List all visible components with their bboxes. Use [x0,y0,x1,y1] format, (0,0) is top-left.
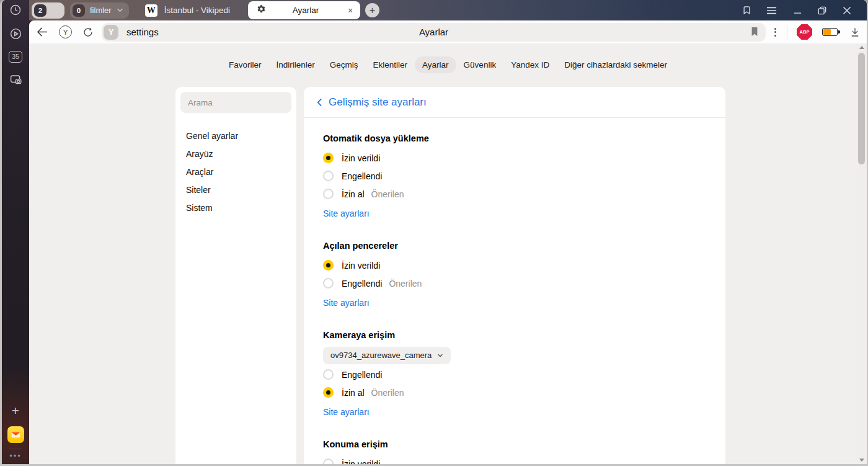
radio-row[interactable]: Engellendi Önerilen [323,274,725,292]
section-title: Kameraya erişim [323,330,725,340]
menu-hamburger-icon[interactable] [759,6,784,15]
restore-window-icon[interactable] [810,6,835,15]
sidebar-item-arayuz[interactable]: Arayüz [175,145,296,163]
address-page-title: Ayarlar [102,27,766,37]
tab-count-badge: 2 [34,4,46,17]
tab-favoriler[interactable]: Favoriler [221,56,269,73]
camera-device-select[interactable]: ov9734_azurewave_camera [323,347,451,364]
radio-unselected-icon[interactable] [323,189,334,199]
sidebar-item-genel-ayarlar[interactable]: Genel ayarlar [175,127,296,145]
site-settings-link[interactable]: Site ayarları [323,208,370,218]
search-input[interactable] [180,92,291,113]
group-label: filmler [90,6,112,15]
site-favicon-badge: Y [104,25,118,40]
tab-ayarlar-active[interactable]: Ayarlar × [248,1,360,19]
chevron-down-icon [117,8,123,12]
address-input[interactable]: settings [126,27,159,37]
chevron-left-icon [317,98,322,107]
yandex-home-icon[interactable]: Y [59,25,72,38]
scroll-down-arrow[interactable] [859,459,864,462]
radio-unselected-icon[interactable] [323,171,334,181]
radio-selected-icon[interactable] [323,387,334,398]
app-frame: 35 + ••• 2 0 filmler W İstanbul - Vikipe… [2,0,867,464]
site-settings-link[interactable]: Site ayarları [323,407,370,417]
more-options-icon[interactable] [774,28,776,37]
toolbar-separator [787,25,787,39]
section-acilan-pencereler: Açılan pencereler İzin verildi Engellend… [323,241,725,311]
radio-selected-icon[interactable] [323,260,334,271]
tabs-count-badge[interactable]: 35 [8,49,23,64]
settings-content: Gelişmiş site ayarları Otomatik dosya yü… [304,87,725,464]
left-rail: 35 + ••• [2,0,29,464]
scrollbar-thumb[interactable] [858,53,865,164]
bookmark-flag-icon[interactable] [750,27,759,39]
radio-selected-icon[interactable] [323,153,334,163]
refresh-icon[interactable] [82,27,94,38]
tab-diger-cihazlar[interactable]: Diğer cihazlardaki sekmeler [557,56,675,73]
settings-sidebar: Genel ayarlar Arayüz Araçlar Siteler Sis… [175,87,296,464]
adblock-plus-icon[interactable]: ABP [797,24,812,40]
section-title: Konuma erişim [323,439,725,449]
radio-unselected-icon[interactable] [323,278,334,289]
radio-unselected-icon[interactable] [323,459,334,464]
battery-saver-icon[interactable] [822,28,838,36]
tab-group-filmler[interactable]: 0 filmler [70,2,129,19]
settings-page: Favoriler İndirilenler Geçmiş Eklentiler… [29,43,867,464]
settings-menu: Genel ayarlar Arayüz Araçlar Siteler Sis… [175,127,296,217]
tab-ayarlar[interactable]: Ayarlar [415,56,456,73]
yandex-mail-icon[interactable] [7,426,24,443]
history-clock-icon[interactable] [8,2,23,17]
tab-eklentiler[interactable]: Eklentiler [366,56,415,73]
play-circle-icon[interactable] [8,26,23,41]
page-scrollbar[interactable] [857,43,867,464]
tab-yandex-id[interactable]: Yandex ID [503,56,557,73]
scroll-up-arrow[interactable] [859,46,864,49]
back-header[interactable]: Gelişmiş site ayarları [304,87,725,118]
address-bar[interactable]: Y settings Ayarlar [102,23,766,42]
toolbar: Y Y settings Ayarlar ABP [29,20,867,43]
downloads-icon[interactable] [849,27,861,38]
tab-count-button[interactable]: 2 [32,2,64,19]
tab-guvenlik[interactable]: Güvenlik [456,56,504,73]
new-tab-button[interactable]: + [365,3,379,17]
radio-row[interactable]: İzin verildi [323,455,725,464]
rail-divider [9,449,22,449]
tab-strip: 2 0 filmler W İstanbul - Vikipedi Ayarla… [29,0,867,20]
screenshot-icon[interactable] [8,72,23,87]
active-tab-title: Ayarlar [266,6,345,15]
close-window-icon[interactable] [835,6,859,15]
radio-row[interactable]: Engellendi [323,167,725,185]
site-settings-link[interactable]: Site ayarları [323,298,370,308]
radio-row[interactable]: Engellendi [323,365,725,383]
sidebar-item-sistem[interactable]: Sistem [175,199,296,217]
section-title: Otomatik dosya yükleme [323,133,725,143]
tab-indirilenler[interactable]: İndirilenler [269,56,322,73]
back-icon[interactable] [37,27,48,37]
wikipedia-favicon: W [145,4,157,17]
radio-row[interactable]: İzin al Önerilen [323,383,725,401]
browser-window: 35 + ••• 2 0 filmler W İstanbul - Vikipe… [0,0,868,466]
chevron-down-icon [437,354,443,357]
recommended-note: Önerilen [371,189,404,199]
recommended-note: Önerilen [389,279,422,289]
tab-gecmis[interactable]: Geçmiş [322,56,366,73]
radio-unselected-icon[interactable] [323,369,334,380]
tabs-count-label: 35 [9,51,22,63]
close-tab-icon[interactable]: × [345,6,355,16]
gear-icon [257,4,266,16]
sidebar-item-araclar[interactable]: Araçlar [175,163,296,181]
add-icon[interactable]: + [8,403,23,418]
section-konuma-erisim: Konuma erişim İzin verildi [323,439,725,464]
radio-row[interactable]: İzin al Önerilen [323,185,725,203]
minimize-icon[interactable] [785,6,810,14]
radio-row[interactable]: İzin verildi [323,149,725,167]
radio-row[interactable]: İzin verildi [323,256,725,274]
more-dots-icon[interactable]: ••• [9,453,22,459]
section-title: Açılan pencereler [323,241,725,251]
sidebar-item-siteler[interactable]: Siteler [175,181,296,199]
recommended-note: Önerilen [371,388,404,398]
tab-istanbul-vikipedi[interactable]: İstanbul - Vikipedi [164,6,230,15]
tab-panel-icon[interactable] [734,4,759,16]
section-kameraya-erisim: Kameraya erişim ov9734_azurewave_camera … [323,330,725,421]
page-title: Gelişmiş site ayarları [329,96,427,109]
